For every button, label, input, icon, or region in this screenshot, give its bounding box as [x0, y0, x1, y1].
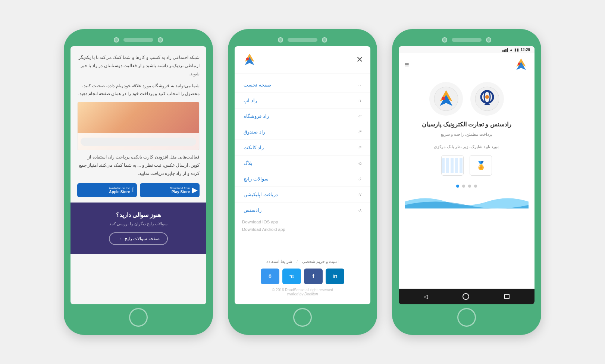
- phone-3-home-button[interactable]: [457, 308, 476, 327]
- screen3-navbar: ≡: [399, 53, 535, 76]
- apple-icon: : [132, 186, 135, 194]
- phone-1-screen: شبکه اجتماعی راد به کسب و کارها و شما کم…: [70, 46, 206, 304]
- phone-2-camera: [278, 37, 283, 43]
- phone-3-bottom-bar: [399, 308, 535, 327]
- svg-point-2: [246, 58, 249, 60]
- phone-3-camera: [442, 37, 447, 43]
- stripe-badge: [442, 158, 463, 173]
- faq-button[interactable]: صفحه سوالات رایج →: [109, 232, 168, 245]
- dot-1: [474, 185, 477, 188]
- screen1-app-screenshot: [77, 102, 200, 150]
- phone-3: ▲ ▮▮ 12:29 ≡: [392, 29, 541, 335]
- download-links: Download IOS app Download Android app: [235, 218, 370, 237]
- nav-item-1[interactable]: ۰۱ راد اپ: [235, 93, 370, 109]
- phone-1-camera: [114, 37, 119, 43]
- twitter-button[interactable]: ☜: [282, 269, 301, 284]
- screen3-title: رادسنس و تجارت الکترونیک پارسیان: [405, 121, 529, 128]
- nav-item-2[interactable]: ۰۲ راد فروشگاه: [235, 109, 370, 124]
- logo-pair: [405, 82, 529, 116]
- chat-bar: [81, 138, 196, 146]
- phone-1-home-button[interactable]: [129, 308, 148, 327]
- google-play-button[interactable]: ▶ Download from Play Store: [140, 183, 200, 197]
- linkedin-button[interactable]: in: [326, 269, 344, 284]
- trust-badge-2: [441, 155, 464, 176]
- ecommerce-logo-svg: [474, 86, 500, 112]
- phone-2-home-button[interactable]: [293, 308, 312, 327]
- instagram-icon: ◊: [269, 273, 272, 280]
- twitter-icon: ☜: [289, 273, 294, 280]
- copyright-text: © 2016 RaadSense all right reserved craf…: [242, 288, 363, 299]
- svg-point-14: [442, 97, 445, 100]
- raad-logo-svg: [242, 52, 257, 67]
- phone-1-top-bar: [70, 37, 206, 43]
- linkedin-icon: in: [332, 273, 338, 280]
- screen2-header: ✕: [235, 46, 370, 73]
- phone-2-camera-2: [322, 37, 327, 43]
- raad-logo: [242, 52, 257, 67]
- nav-item-4[interactable]: ۰۴ راد کانکت: [235, 140, 370, 156]
- chat-overlay: [78, 133, 199, 150]
- dot-4-active: [456, 185, 459, 188]
- phone-2: ✕ ۰۰ صفحه نخست ۰۱ راد اپ ۰۲ راد فروشگاه …: [228, 29, 377, 335]
- signal-icon: [502, 48, 508, 52]
- screen1-content: شبکه اجتماعی راد به کسب و کارها و شما کم…: [70, 46, 206, 203]
- svg-point-5: [518, 63, 520, 65]
- social-buttons: ◊ ☜ f in: [242, 269, 363, 288]
- arrow-icon: →: [117, 236, 122, 241]
- apple-store-button[interactable]:  Available on the Apple Store: [77, 183, 137, 197]
- facebook-button[interactable]: f: [304, 269, 323, 284]
- home-circle[interactable]: [463, 293, 469, 300]
- footer-links: شرایط استفاده / امنیت و حریم شخصی: [242, 259, 363, 264]
- screen3-subtitle1: پرداخت مطمئن، راحت و سریع: [405, 131, 529, 138]
- dl-ios-link[interactable]: Download IOS app: [242, 218, 363, 226]
- nav-item-0[interactable]: ۰۰ صفحه نخست: [235, 77, 370, 93]
- screen1-faq-heading: هنوز سوالی دارید؟: [76, 211, 200, 219]
- pagination-dots: [405, 182, 529, 191]
- play-store-text: Download from Play Store: [170, 186, 190, 194]
- phone-1-bottom-bar: [70, 308, 206, 327]
- back-arrow[interactable]: ◁: [424, 294, 428, 299]
- phone-2-screen: ✕ ۰۰ صفحه نخست ۰۱ راد اپ ۰۲ راد فروشگاه …: [235, 46, 370, 304]
- dl-android-link[interactable]: Download Android app: [242, 226, 363, 233]
- nav-item-3[interactable]: ۰۳ راد صندوق: [235, 124, 370, 140]
- status-bar-right: ▲ ▮▮ 12:29: [502, 48, 530, 52]
- clock: 12:29: [520, 48, 530, 52]
- close-button[interactable]: ✕: [356, 55, 363, 65]
- nav-item-7[interactable]: ۰۷ دریافت اپلیکیشن: [235, 187, 370, 203]
- raad-logo-large-svg: [433, 86, 459, 112]
- phone-1-camera-2: [158, 37, 163, 43]
- footer-link-usage[interactable]: شرایط استفاده: [266, 259, 292, 264]
- status-bar: ▲ ▮▮ 12:29: [399, 46, 535, 53]
- phone-1-speaker: [123, 38, 153, 42]
- wifi-icon: ▲: [510, 48, 513, 52]
- screen1-text1: شبکه اجتماعی راد به کسب و کارها و شما کم…: [77, 54, 200, 78]
- apple-store-text: Available on the Apple Store: [109, 186, 130, 194]
- recent-apps-square[interactable]: [504, 294, 510, 299]
- nav-item-6[interactable]: ۰۶ سوالات رایج: [235, 171, 370, 187]
- screen1-faq-subtext: سوالات رایج دیگران را بررسی کنید: [76, 222, 200, 226]
- battery-icon: ▮▮: [514, 48, 519, 52]
- certificate-icon: 🏅: [476, 161, 486, 170]
- phone-1: شبکه اجتماعی راد به کسب و کارها و شما کم…: [64, 29, 213, 335]
- phone-2-bottom-bar: [235, 308, 370, 327]
- play-icon: ▶: [192, 186, 197, 194]
- phone-3-speaker: [452, 38, 482, 42]
- screen1-text3: فعالیت‌هایی مثل افزودن کارت بانکی، پرداخ…: [77, 153, 200, 178]
- dot-3: [462, 185, 465, 188]
- nav-item-5[interactable]: ۰۵ بلاگ: [235, 156, 370, 171]
- raad-logo-large: [429, 82, 463, 116]
- screen1-purple-section: هنوز سوالی دارید؟ سوالات رایج دیگران را …: [70, 203, 206, 254]
- svg-rect-10: [485, 104, 490, 105]
- trust-badge-1: 🏅: [470, 155, 492, 176]
- wave-decoration: [405, 191, 529, 209]
- nav-item-8[interactable]: ۰۸ رادسنس: [235, 203, 370, 218]
- instagram-button[interactable]: ◊: [261, 269, 279, 284]
- svg-point-9: [485, 95, 489, 99]
- screen3-main: رادسنس و تجارت الکترونیک پارسیان پرداخت …: [399, 76, 535, 289]
- phone-2-top-bar: [235, 37, 370, 43]
- phone-3-screen: ▲ ▮▮ 12:29 ≡: [399, 46, 535, 304]
- hamburger-icon[interactable]: ≡: [405, 60, 409, 69]
- trust-badges: 🏅: [405, 155, 529, 176]
- footer-link-privacy[interactable]: امنیت و حریم شخصی: [302, 259, 339, 264]
- phone-2-speaker: [288, 38, 317, 42]
